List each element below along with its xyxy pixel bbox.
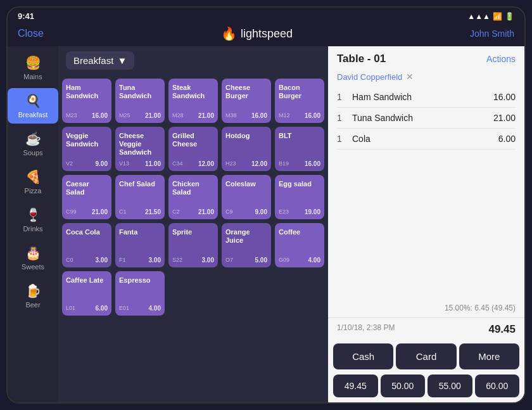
menu-item-code-20: L01 — [66, 305, 75, 312]
beer-label: Beer — [25, 301, 40, 309]
menu-grid: Ham Sandwich M23 16.00 Tuna Sandwich M25… — [58, 75, 328, 402]
menu-item-price-4: 16.00 — [305, 112, 320, 119]
order-item-qty-2: 1 — [337, 134, 348, 144]
sweets-icon: 🎂 — [25, 245, 41, 260]
menu-item-code-8: H23 — [225, 160, 236, 167]
menu-item-2[interactable]: Steak Sandwich M28 21.00 — [168, 79, 218, 123]
dropdown-icon: ▼ — [117, 55, 127, 66]
menu-item-name-7: Grilled Cheese — [172, 132, 214, 158]
menu-item-code-0: M23 — [66, 112, 77, 119]
status-icons: ▲▲▲ 📶 🔋 — [467, 12, 514, 21]
menu-item-4[interactable]: Bacon Burger M12 16.00 — [275, 79, 324, 123]
menu-item-10[interactable]: Caesar Salad C99 21.00 — [62, 175, 111, 219]
device-frame: 9:41 ▲▲▲ 📶 🔋 Close 🔥 lightspeed John Smi… — [6, 6, 526, 404]
menu-item-16[interactable]: Fanta F1 3.00 — [115, 223, 165, 267]
menu-item-name-2: Steak Sandwich — [172, 84, 214, 110]
actions-button[interactable]: Actions — [486, 54, 516, 64]
menu-item-price-9: 16.00 — [305, 160, 320, 167]
menu-item-6[interactable]: Cheese Veggie Sandwich V13 11.00 — [115, 127, 165, 171]
order-item-name-2: Cola — [348, 134, 498, 144]
sidebar-item-pizza[interactable]: 🍕 Pizza — [8, 164, 58, 200]
drinks-label: Drinks — [23, 225, 42, 233]
sidebar-item-drinks[interactable]: 🍷 Drinks — [8, 202, 58, 238]
menu-item-5[interactable]: Veggie Sandwich V2 9.00 — [62, 127, 111, 171]
order-item-qty-0: 1 — [337, 92, 348, 102]
menu-item-price-8: 12.00 — [251, 160, 267, 167]
order-item-0[interactable]: 1 Ham Sandwich 16.00 — [337, 87, 516, 108]
menu-item-name-6: Cheese Veggie Sandwich — [119, 132, 161, 158]
order-item-name-1: Tuna Sandwich — [348, 113, 493, 123]
order-title: Table - 01 — [337, 53, 386, 65]
menu-item-3[interactable]: Cheese Burger M38 16.00 — [222, 79, 271, 123]
menu-item-14[interactable]: Egg salad E23 19.00 — [275, 175, 324, 219]
logo-text: lightspeed — [241, 27, 293, 41]
quick-amount-0[interactable]: 49.45 — [333, 375, 378, 397]
sidebar-item-sweets[interactable]: 🎂 Sweets — [8, 240, 58, 276]
quick-amount-2[interactable]: 55.00 — [428, 375, 472, 397]
menu-item-price-12: 21.00 — [198, 208, 214, 215]
menu-item-9[interactable]: BLT B19 16.00 — [275, 127, 324, 171]
menu-item-name-12: Chicken Salad — [172, 180, 214, 206]
menu-item-name-11: Chef Salad — [119, 180, 161, 206]
drinks-icon: 🍷 — [25, 207, 41, 222]
menu-item-0[interactable]: Ham Sandwich M23 16.00 — [62, 79, 111, 123]
cash-payment-button[interactable]: Cash — [333, 343, 393, 369]
menu-item-name-21: Espresso — [119, 276, 161, 302]
customer-name[interactable]: David Copperfield — [337, 72, 402, 82]
menu-item-name-8: Hotdog — [225, 132, 267, 158]
breakfast-label: Breakfast — [18, 111, 48, 119]
menu-item-code-14: E23 — [279, 208, 289, 215]
menu-item-code-12: C2 — [172, 208, 180, 215]
menu-item-12[interactable]: Chicken Salad C2 21.00 — [168, 175, 218, 219]
sidebar-item-beer[interactable]: 🍺 Beer — [8, 278, 58, 314]
menu-item-price-10: 21.00 — [92, 208, 108, 215]
menu-item-code-15: C0 — [66, 257, 73, 264]
order-timestamp: 1/10/18, 2:38 PM 49.45 — [328, 317, 524, 341]
close-button[interactable]: Close — [18, 28, 44, 39]
menu-item-15[interactable]: Coca Cola C0 3.00 — [62, 223, 111, 267]
quick-amount-3[interactable]: 60.00 — [475, 375, 520, 397]
sidebar-item-mains[interactable]: 🍔 Mains — [8, 50, 58, 86]
card-payment-button[interactable]: Card — [396, 343, 456, 369]
order-total: 49.45 — [488, 323, 516, 336]
menu-item-code-10: C99 — [66, 208, 77, 215]
menu-item-20[interactable]: Caffee Late L01 6.00 — [62, 271, 111, 316]
order-footer: 1/10/18, 2:38 PM 49.45 CashCardMore 49.4… — [328, 317, 524, 402]
sidebar-nav: 🍔 Mains 🍳 Breakfast ☕ Soups 🍕 Pizza 🍷 Dr… — [8, 46, 58, 402]
menu-item-code-5: V2 — [66, 160, 73, 167]
user-name[interactable]: John Smith — [470, 29, 514, 39]
menu-item-name-10: Caesar Salad — [66, 180, 108, 206]
mains-icon: 🍔 — [25, 55, 41, 70]
menu-item-17[interactable]: Sprite S22 3.00 — [168, 223, 218, 267]
menu-item-price-13: 9.00 — [255, 208, 267, 215]
sidebar-item-soups[interactable]: ☕ Soups — [8, 126, 58, 162]
menu-item-name-13: Coleslaw — [225, 180, 267, 206]
menu-item-price-18: 5.00 — [255, 257, 267, 264]
menu-item-13[interactable]: Coleslaw C9 9.00 — [222, 175, 271, 219]
quick-amount-1[interactable]: 50.00 — [381, 375, 426, 397]
menu-item-7[interactable]: Grilled Cheese C34 12.00 — [168, 127, 218, 171]
menu-item-name-16: Fanta — [119, 228, 161, 254]
status-bar: 9:41 ▲▲▲ 📶 🔋 — [8, 8, 524, 23]
category-selector[interactable]: Breakfast ▼ — [66, 51, 134, 70]
menu-item-8[interactable]: Hotdog H23 12.00 — [222, 127, 271, 171]
sidebar-item-breakfast[interactable]: 🍳 Breakfast — [8, 88, 58, 124]
payment-buttons: CashCardMore — [328, 341, 524, 372]
order-item-name-0: Ham Sandwich — [348, 92, 493, 102]
menu-item-name-19: Coffee — [279, 228, 320, 254]
menu-item-code-17: S22 — [172, 257, 182, 264]
menu-item-1[interactable]: Tuna Sandwich M25 21.00 — [115, 79, 165, 123]
menu-item-code-3: M38 — [225, 112, 237, 119]
order-item-1[interactable]: 1 Tuna Sandwich 21.00 — [337, 108, 516, 129]
menu-item-code-1: M25 — [119, 112, 130, 119]
order-item-2[interactable]: 1 Cola 6.00 — [337, 129, 516, 150]
menu-item-code-9: B19 — [279, 160, 289, 167]
menu-item-code-19: G09 — [279, 257, 289, 264]
menu-item-11[interactable]: Chef Salad C1 21.50 — [115, 175, 165, 219]
menu-item-21[interactable]: Espresso E01 4.00 — [115, 271, 165, 316]
menu-item-18[interactable]: Orange Juice O7 5.00 — [222, 223, 271, 267]
remove-customer-button[interactable]: ✕ — [406, 72, 414, 82]
logo-flame-icon: 🔥 — [221, 26, 237, 41]
more-payment-button[interactable]: More — [459, 343, 519, 369]
menu-item-19[interactable]: Coffee G09 4.00 — [275, 223, 324, 267]
